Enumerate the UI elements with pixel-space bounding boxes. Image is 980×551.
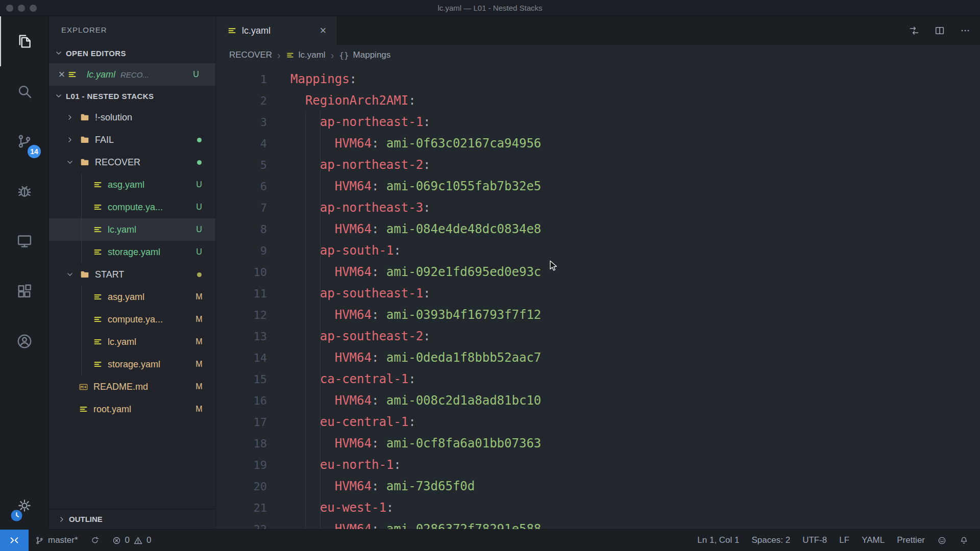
breadcrumb-recover[interactable]: RECOVER: [229, 50, 272, 60]
clock-badge-icon: [10, 509, 23, 522]
code-line-9[interactable]: 9 ap-south-1:: [216, 240, 980, 261]
tree-file-asg-yaml[interactable]: asg.yamlU: [49, 173, 215, 196]
status-indentation[interactable]: Spaces: 2: [746, 530, 797, 551]
code-line-22[interactable]: 22 HVM64: ami-0286372f78291e588: [216, 518, 980, 529]
chevron-right-icon: [65, 135, 75, 144]
workspace-section-header[interactable]: L01 - NESTED STACKS: [49, 86, 215, 106]
split-editor-icon: [934, 25, 945, 36]
tree-file-compute-ya[interactable]: compute.ya...U: [49, 196, 215, 218]
code-line-20[interactable]: 20 HVM64: ami-73d65f0d: [216, 475, 980, 497]
status-cursor-position[interactable]: Ln 1, Col 1: [691, 530, 745, 551]
code-line-2[interactable]: 2 RegionArch2AMI:: [216, 90, 980, 111]
code-text: HVM64: ami-008c2d1a8ad81bc10: [267, 393, 541, 408]
status-encoding[interactable]: UTF-8: [796, 530, 833, 551]
tree-file-lc-yaml[interactable]: lc.yamlM: [49, 331, 215, 353]
more-actions-icon: [960, 25, 971, 36]
close-editor-button[interactable]: ×: [56, 69, 67, 80]
code-text: eu-west-1:: [267, 500, 394, 515]
activity-extensions[interactable]: [0, 266, 49, 316]
tree-folder-fail[interactable]: FAIL: [49, 129, 215, 151]
split-editor-button[interactable]: [934, 25, 945, 36]
line-number: 2: [216, 94, 267, 107]
status-branch-button[interactable]: master*: [29, 530, 84, 551]
code-line-18[interactable]: 18 HVM64: ami-0cf8fa6a01bb07363: [216, 433, 980, 454]
code-line-12[interactable]: 12 HVM64: ami-0393b4f16793f7f12: [216, 304, 980, 325]
open-changes-button[interactable]: [909, 25, 920, 36]
code-line-8[interactable]: 8 HVM64: ami-084e4de48dc0834e8: [216, 218, 980, 240]
code-line-21[interactable]: 21 eu-west-1:: [216, 497, 980, 518]
bell-icon: [959, 536, 969, 545]
code-line-6[interactable]: 6 HVM64: ami-069c1055fab7b32e5: [216, 176, 980, 197]
outline-section-header[interactable]: OUTLINE: [49, 509, 215, 529]
status-formatter[interactable]: Prettier: [891, 530, 931, 551]
activity-remote-explorer[interactable]: [0, 216, 49, 266]
code-text: eu-north-1:: [267, 458, 401, 472]
code-text: HVM64: ami-73d65f0d: [267, 479, 475, 493]
status-notifications-button[interactable]: [953, 530, 975, 551]
open-editors-header[interactable]: OPEN EDITORS: [49, 43, 215, 63]
tree-folder-recover[interactable]: RECOVER: [49, 151, 215, 173]
status-problems-button[interactable]: 00: [106, 530, 158, 551]
code-editor[interactable]: 1Mappings:2 RegionArch2AMI:3 ap-northeas…: [216, 65, 980, 529]
line-number: 16: [216, 394, 267, 407]
code-text: ap-northeast-3:: [267, 201, 431, 215]
tree-file-lc-yaml[interactable]: lc.yamlU: [49, 218, 215, 241]
code-text: HVM64: ami-0393b4f16793f7f12: [267, 308, 541, 322]
activity-source-control[interactable]: 14: [0, 116, 49, 166]
code-line-14[interactable]: 14 HVM64: ami-0deda1f8bbb52aac7: [216, 347, 980, 368]
yaml-icon: [79, 405, 88, 414]
code-line-4[interactable]: 4 HVM64: ami-0f63c02167ca94956: [216, 133, 980, 154]
code-line-5[interactable]: 5 ap-northeast-2:: [216, 154, 980, 176]
remote-indicator-button[interactable]: [0, 530, 29, 551]
close-tab-button[interactable]: ×: [317, 25, 329, 36]
status-language-mode[interactable]: YAML: [855, 530, 891, 551]
line-number: 6: [216, 180, 267, 193]
indent-guide: [305, 111, 306, 529]
activity-settings[interactable]: [0, 486, 49, 525]
status-sync-button[interactable]: [84, 530, 106, 551]
tree-file-compute-ya[interactable]: compute.ya...M: [49, 308, 215, 331]
tree-file-storage-yaml[interactable]: storage.yamlM: [49, 353, 215, 375]
yaml-icon: [227, 26, 237, 36]
tree-file-storage-yaml[interactable]: storage.yamlU: [49, 241, 215, 263]
extensions-icon: [16, 283, 33, 300]
code-text: HVM64: ami-0f63c02167ca94956: [267, 136, 541, 151]
code-text: HVM64: ami-0cf8fa6a01bb07363: [267, 436, 541, 450]
person-circle-icon: [16, 333, 33, 350]
breadcrumb-mappings[interactable]: {}Mappings: [339, 50, 390, 60]
code-line-7[interactable]: 7 ap-northeast-3:: [216, 197, 980, 218]
open-editor-item-lc-yaml[interactable]: ×lc.yamlRECO...U: [49, 63, 215, 86]
code-line-11[interactable]: 11 ap-southeast-1:: [216, 283, 980, 304]
code-line-3[interactable]: 3 ap-northeast-1:: [216, 111, 980, 133]
status-bar: master*00 Ln 1, Col 1Spaces: 2UTF-8LFYAM…: [0, 529, 980, 551]
breadcrumb-lc-yaml[interactable]: lc.yaml: [286, 50, 326, 60]
activity-live-share[interactable]: [0, 316, 49, 366]
status-feedback-button[interactable]: [931, 530, 953, 551]
more-actions-button[interactable]: [960, 25, 971, 36]
code-line-16[interactable]: 16 HVM64: ami-008c2d1a8ad81bc10: [216, 390, 980, 411]
code-line-1[interactable]: 1Mappings:: [216, 68, 980, 90]
error-count: 0: [125, 535, 130, 545]
git-status-badge: U: [190, 180, 208, 189]
tree-file-asg-yaml[interactable]: asg.yamlM: [49, 286, 215, 308]
activity-search[interactable]: [0, 66, 49, 116]
git-status-dot: [190, 138, 208, 142]
open-editors-list: ×lc.yamlRECO...U: [49, 63, 215, 86]
line-number: 4: [216, 137, 267, 150]
search-icon: [16, 83, 33, 100]
tree-folder-start[interactable]: START: [49, 263, 215, 286]
code-line-15[interactable]: 15 ca-central-1:: [216, 368, 980, 390]
tree-folder-solution[interactable]: !-solution: [49, 106, 215, 129]
tree-file-root-yaml[interactable]: root.yamlM: [49, 398, 215, 420]
activity-explorer[interactable]: [0, 16, 49, 66]
status-eol[interactable]: LF: [833, 530, 855, 551]
code-line-19[interactable]: 19 eu-north-1:: [216, 454, 980, 475]
code-line-13[interactable]: 13 ap-southeast-2:: [216, 325, 980, 347]
code-line-17[interactable]: 17 eu-central-1:: [216, 411, 980, 433]
tree-file-readme-md[interactable]: README.mdM: [49, 375, 215, 398]
breadcrumb: RECOVER›lc.yaml›{}Mappings: [216, 45, 980, 65]
code-line-10[interactable]: 10 HVM64: ami-092e1fd695ed0e93c: [216, 261, 980, 283]
activity-run-and-debug[interactable]: [0, 166, 49, 216]
chevron-right-icon: [57, 515, 66, 524]
tab-lc-yaml[interactable]: lc.yaml ×: [216, 16, 337, 45]
